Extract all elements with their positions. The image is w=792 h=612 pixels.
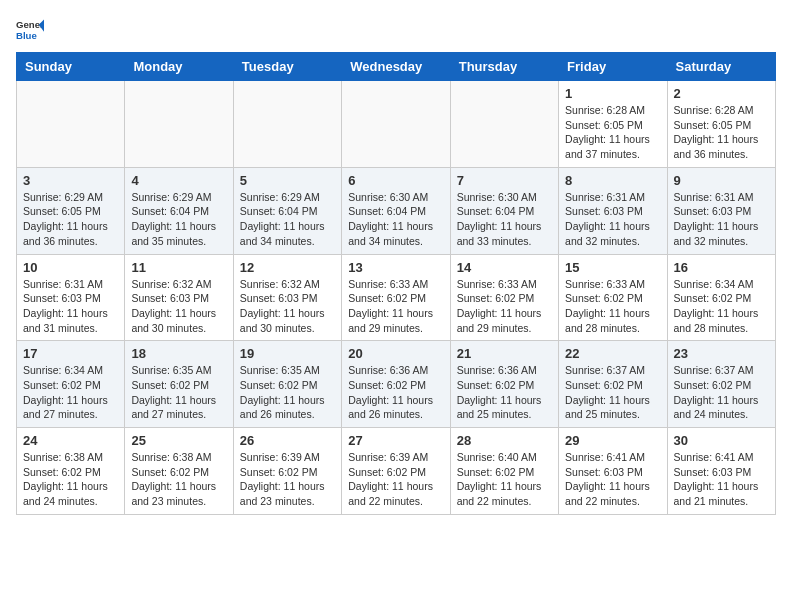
calendar-cell: 16Sunrise: 6:34 AM Sunset: 6:02 PM Dayli… [667, 254, 775, 341]
day-number: 14 [457, 260, 552, 275]
day-number: 6 [348, 173, 443, 188]
calendar-cell [233, 81, 341, 168]
day-number: 2 [674, 86, 769, 101]
day-info: Sunrise: 6:37 AM Sunset: 6:02 PM Dayligh… [674, 363, 769, 422]
day-info: Sunrise: 6:39 AM Sunset: 6:02 PM Dayligh… [348, 450, 443, 509]
calendar-cell: 22Sunrise: 6:37 AM Sunset: 6:02 PM Dayli… [559, 341, 667, 428]
calendar-cell: 14Sunrise: 6:33 AM Sunset: 6:02 PM Dayli… [450, 254, 558, 341]
day-info: Sunrise: 6:40 AM Sunset: 6:02 PM Dayligh… [457, 450, 552, 509]
calendar-cell: 9Sunrise: 6:31 AM Sunset: 6:03 PM Daylig… [667, 167, 775, 254]
calendar-cell: 19Sunrise: 6:35 AM Sunset: 6:02 PM Dayli… [233, 341, 341, 428]
day-info: Sunrise: 6:32 AM Sunset: 6:03 PM Dayligh… [240, 277, 335, 336]
calendar-cell: 24Sunrise: 6:38 AM Sunset: 6:02 PM Dayli… [17, 428, 125, 515]
day-number: 30 [674, 433, 769, 448]
day-info: Sunrise: 6:28 AM Sunset: 6:05 PM Dayligh… [674, 103, 769, 162]
calendar-cell: 7Sunrise: 6:30 AM Sunset: 6:04 PM Daylig… [450, 167, 558, 254]
week-row-3: 10Sunrise: 6:31 AM Sunset: 6:03 PM Dayli… [17, 254, 776, 341]
weekday-header-thursday: Thursday [450, 53, 558, 81]
day-info: Sunrise: 6:31 AM Sunset: 6:03 PM Dayligh… [23, 277, 118, 336]
day-info: Sunrise: 6:38 AM Sunset: 6:02 PM Dayligh… [23, 450, 118, 509]
svg-text:Blue: Blue [16, 30, 37, 41]
calendar-cell [125, 81, 233, 168]
logo-icon: General Blue [16, 16, 44, 44]
week-row-2: 3Sunrise: 6:29 AM Sunset: 6:05 PM Daylig… [17, 167, 776, 254]
day-info: Sunrise: 6:31 AM Sunset: 6:03 PM Dayligh… [674, 190, 769, 249]
day-number: 11 [131, 260, 226, 275]
day-number: 29 [565, 433, 660, 448]
calendar-cell: 25Sunrise: 6:38 AM Sunset: 6:02 PM Dayli… [125, 428, 233, 515]
calendar-cell: 20Sunrise: 6:36 AM Sunset: 6:02 PM Dayli… [342, 341, 450, 428]
calendar-cell: 10Sunrise: 6:31 AM Sunset: 6:03 PM Dayli… [17, 254, 125, 341]
calendar-cell: 15Sunrise: 6:33 AM Sunset: 6:02 PM Dayli… [559, 254, 667, 341]
day-number: 18 [131, 346, 226, 361]
day-info: Sunrise: 6:33 AM Sunset: 6:02 PM Dayligh… [348, 277, 443, 336]
day-number: 21 [457, 346, 552, 361]
day-number: 22 [565, 346, 660, 361]
calendar-cell: 4Sunrise: 6:29 AM Sunset: 6:04 PM Daylig… [125, 167, 233, 254]
day-number: 9 [674, 173, 769, 188]
calendar-cell: 21Sunrise: 6:36 AM Sunset: 6:02 PM Dayli… [450, 341, 558, 428]
day-number: 28 [457, 433, 552, 448]
week-row-5: 24Sunrise: 6:38 AM Sunset: 6:02 PM Dayli… [17, 428, 776, 515]
calendar: SundayMondayTuesdayWednesdayThursdayFrid… [16, 52, 776, 515]
day-info: Sunrise: 6:32 AM Sunset: 6:03 PM Dayligh… [131, 277, 226, 336]
logo: General Blue [16, 16, 44, 44]
weekday-header-wednesday: Wednesday [342, 53, 450, 81]
header: General Blue [16, 16, 776, 44]
day-number: 23 [674, 346, 769, 361]
day-info: Sunrise: 6:35 AM Sunset: 6:02 PM Dayligh… [240, 363, 335, 422]
day-number: 3 [23, 173, 118, 188]
day-info: Sunrise: 6:39 AM Sunset: 6:02 PM Dayligh… [240, 450, 335, 509]
calendar-cell: 6Sunrise: 6:30 AM Sunset: 6:04 PM Daylig… [342, 167, 450, 254]
calendar-cell: 2Sunrise: 6:28 AM Sunset: 6:05 PM Daylig… [667, 81, 775, 168]
day-number: 10 [23, 260, 118, 275]
day-info: Sunrise: 6:38 AM Sunset: 6:02 PM Dayligh… [131, 450, 226, 509]
weekday-header-row: SundayMondayTuesdayWednesdayThursdayFrid… [17, 53, 776, 81]
day-number: 13 [348, 260, 443, 275]
calendar-cell: 12Sunrise: 6:32 AM Sunset: 6:03 PM Dayli… [233, 254, 341, 341]
day-number: 8 [565, 173, 660, 188]
day-number: 12 [240, 260, 335, 275]
day-info: Sunrise: 6:36 AM Sunset: 6:02 PM Dayligh… [457, 363, 552, 422]
calendar-cell: 23Sunrise: 6:37 AM Sunset: 6:02 PM Dayli… [667, 341, 775, 428]
day-info: Sunrise: 6:35 AM Sunset: 6:02 PM Dayligh… [131, 363, 226, 422]
calendar-cell: 28Sunrise: 6:40 AM Sunset: 6:02 PM Dayli… [450, 428, 558, 515]
day-info: Sunrise: 6:29 AM Sunset: 6:04 PM Dayligh… [131, 190, 226, 249]
day-number: 4 [131, 173, 226, 188]
day-info: Sunrise: 6:36 AM Sunset: 6:02 PM Dayligh… [348, 363, 443, 422]
calendar-cell [17, 81, 125, 168]
day-info: Sunrise: 6:33 AM Sunset: 6:02 PM Dayligh… [457, 277, 552, 336]
day-number: 20 [348, 346, 443, 361]
week-row-4: 17Sunrise: 6:34 AM Sunset: 6:02 PM Dayli… [17, 341, 776, 428]
day-info: Sunrise: 6:41 AM Sunset: 6:03 PM Dayligh… [565, 450, 660, 509]
day-number: 25 [131, 433, 226, 448]
calendar-cell: 18Sunrise: 6:35 AM Sunset: 6:02 PM Dayli… [125, 341, 233, 428]
week-row-1: 1Sunrise: 6:28 AM Sunset: 6:05 PM Daylig… [17, 81, 776, 168]
calendar-cell: 27Sunrise: 6:39 AM Sunset: 6:02 PM Dayli… [342, 428, 450, 515]
calendar-cell: 26Sunrise: 6:39 AM Sunset: 6:02 PM Dayli… [233, 428, 341, 515]
day-number: 5 [240, 173, 335, 188]
day-number: 26 [240, 433, 335, 448]
calendar-cell: 5Sunrise: 6:29 AM Sunset: 6:04 PM Daylig… [233, 167, 341, 254]
calendar-cell: 13Sunrise: 6:33 AM Sunset: 6:02 PM Dayli… [342, 254, 450, 341]
day-info: Sunrise: 6:28 AM Sunset: 6:05 PM Dayligh… [565, 103, 660, 162]
day-info: Sunrise: 6:34 AM Sunset: 6:02 PM Dayligh… [674, 277, 769, 336]
day-number: 15 [565, 260, 660, 275]
day-info: Sunrise: 6:37 AM Sunset: 6:02 PM Dayligh… [565, 363, 660, 422]
weekday-header-saturday: Saturday [667, 53, 775, 81]
day-number: 24 [23, 433, 118, 448]
weekday-header-tuesday: Tuesday [233, 53, 341, 81]
calendar-cell [450, 81, 558, 168]
calendar-cell: 17Sunrise: 6:34 AM Sunset: 6:02 PM Dayli… [17, 341, 125, 428]
calendar-cell: 29Sunrise: 6:41 AM Sunset: 6:03 PM Dayli… [559, 428, 667, 515]
day-info: Sunrise: 6:29 AM Sunset: 6:04 PM Dayligh… [240, 190, 335, 249]
calendar-cell: 8Sunrise: 6:31 AM Sunset: 6:03 PM Daylig… [559, 167, 667, 254]
day-info: Sunrise: 6:41 AM Sunset: 6:03 PM Dayligh… [674, 450, 769, 509]
day-number: 7 [457, 173, 552, 188]
weekday-header-sunday: Sunday [17, 53, 125, 81]
day-info: Sunrise: 6:30 AM Sunset: 6:04 PM Dayligh… [348, 190, 443, 249]
day-number: 17 [23, 346, 118, 361]
calendar-cell: 30Sunrise: 6:41 AM Sunset: 6:03 PM Dayli… [667, 428, 775, 515]
weekday-header-friday: Friday [559, 53, 667, 81]
day-info: Sunrise: 6:29 AM Sunset: 6:05 PM Dayligh… [23, 190, 118, 249]
